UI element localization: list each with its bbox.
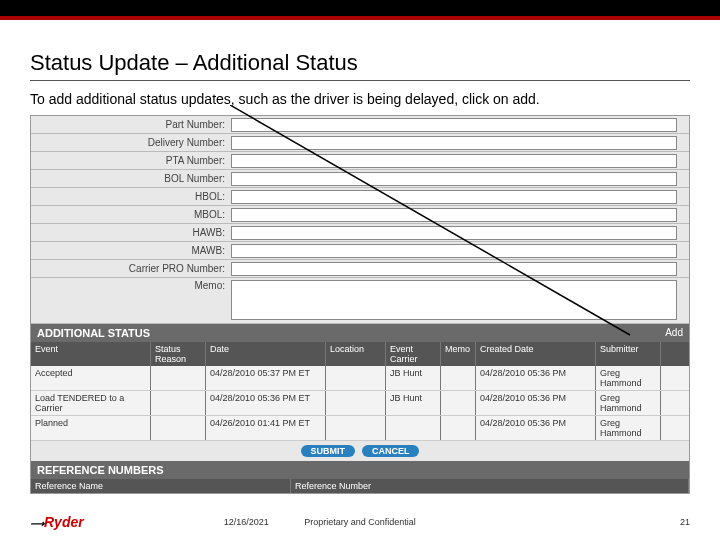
reference-numbers-header: REFERENCE NUMBERS	[31, 461, 689, 479]
cancel-button[interactable]: CANCEL	[362, 445, 420, 457]
form-row-memo: Memo:	[31, 278, 689, 324]
bol-number-label: BOL Number:	[31, 173, 231, 184]
status-table: Event Status Reason Date Location Event …	[31, 342, 689, 441]
carrier-pro-input[interactable]	[231, 262, 677, 276]
form-row-mbol: MBOL:	[31, 206, 689, 224]
page-title: Status Update – Additional Status	[30, 50, 690, 81]
form-row-bol-number: BOL Number:	[31, 170, 689, 188]
hbol-input[interactable]	[231, 190, 677, 204]
app-screenshot: Part Number: Delivery Number: PTA Number…	[30, 115, 690, 494]
col-memo: Memo	[441, 342, 476, 366]
col-event: Event	[31, 342, 151, 366]
reference-table-header: Reference Name Reference Number	[31, 479, 689, 493]
form-row-hbol: HBOL:	[31, 188, 689, 206]
col-carrier: Event Carrier	[386, 342, 441, 366]
mbol-label: MBOL:	[31, 209, 231, 220]
hbol-label: HBOL:	[31, 191, 231, 202]
col-location: Location	[326, 342, 386, 366]
hawb-label: HAWB:	[31, 227, 231, 238]
submit-button[interactable]: SUBMIT	[301, 445, 356, 457]
col-created: Created Date	[476, 342, 596, 366]
footer-confidential: Proprietary and Confidential	[304, 517, 416, 527]
pta-number-input[interactable]	[231, 154, 677, 168]
table-row: Accepted04/28/2010 05:37 PM ETJB Hunt04/…	[31, 366, 689, 391]
button-row: SUBMIT CANCEL	[31, 441, 689, 461]
col-date: Date	[206, 342, 326, 366]
col-ref-name: Reference Name	[31, 479, 291, 493]
col-ref-number: Reference Number	[291, 479, 689, 493]
reference-numbers-title: REFERENCE NUMBERS	[37, 464, 164, 476]
footer-date: 12/16/2021	[224, 517, 269, 527]
form-row-part-number: Part Number:	[31, 116, 689, 134]
form-row-hawb: HAWB:	[31, 224, 689, 242]
status-table-header: Event Status Reason Date Location Event …	[31, 342, 689, 366]
memo-label: Memo:	[31, 280, 231, 291]
additional-status-header: ADDITIONAL STATUS Add	[31, 324, 689, 342]
form-row-mawb: MAWB:	[31, 242, 689, 260]
add-link[interactable]: Add	[665, 327, 683, 339]
delivery-number-input[interactable]	[231, 136, 677, 150]
table-row: Planned04/26/2010 01:41 PM ET04/28/2010 …	[31, 416, 689, 441]
bol-number-input[interactable]	[231, 172, 677, 186]
mawb-label: MAWB:	[31, 245, 231, 256]
ryder-logo: ⟶Ryder	[30, 514, 84, 530]
form-row-pta-number: PTA Number:	[31, 152, 689, 170]
pta-number-label: PTA Number:	[31, 155, 231, 166]
reference-table: Reference Name Reference Number	[31, 479, 689, 493]
form-row-delivery-number: Delivery Number:	[31, 134, 689, 152]
col-submitter: Submitter	[596, 342, 661, 366]
table-row: Load TENDERED to a Carrier04/28/2010 05:…	[31, 391, 689, 416]
carrier-pro-label: Carrier PRO Number:	[31, 263, 231, 274]
slide-topbar	[0, 0, 720, 20]
col-reason: Status Reason	[151, 342, 206, 366]
instruction-text: To add additional status updates, such a…	[30, 91, 690, 107]
mawb-input[interactable]	[231, 244, 677, 258]
part-number-label: Part Number:	[31, 119, 231, 130]
memo-input[interactable]	[231, 280, 677, 320]
mbol-input[interactable]	[231, 208, 677, 222]
delivery-number-label: Delivery Number:	[31, 137, 231, 148]
hawb-input[interactable]	[231, 226, 677, 240]
part-number-input[interactable]	[231, 118, 677, 132]
form-row-carrier-pro: Carrier PRO Number:	[31, 260, 689, 278]
additional-status-title: ADDITIONAL STATUS	[37, 327, 150, 339]
footer-page: 21	[680, 517, 690, 527]
slide-footer: ⟶Ryder 12/16/2021 Proprietary and Confid…	[30, 514, 690, 530]
